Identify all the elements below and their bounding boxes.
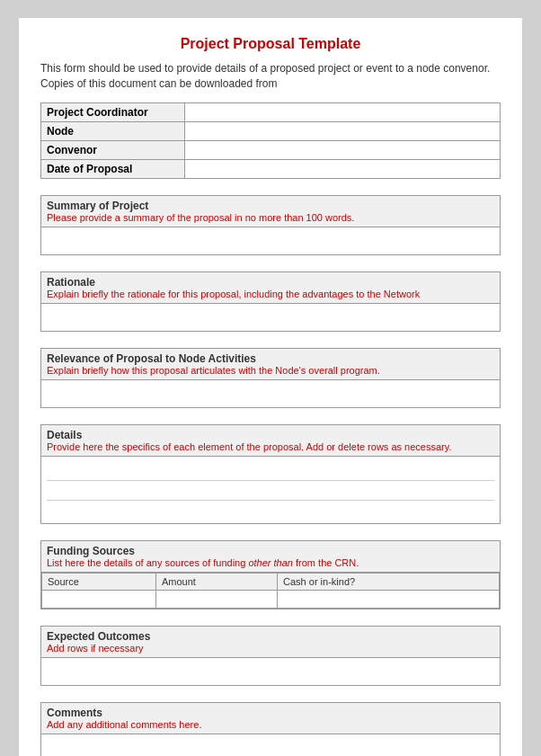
info-label-1: Node [41, 121, 185, 140]
section-rationale-body[interactable] [41, 304, 500, 331]
info-value-1[interactable] [185, 121, 501, 140]
section-details: Details Provide here the specifics of ea… [40, 424, 501, 524]
section-funding-subtitle: List here the details of any sources of … [47, 557, 494, 568]
funding-col-source: Source [42, 573, 156, 590]
section-comments-title: Comments [47, 707, 494, 719]
info-table: Project Coordinator Node Convenor Date o… [40, 102, 501, 179]
section-summary-body[interactable] [41, 227, 500, 254]
section-summary-header: Summary of Project Please provide a summ… [41, 196, 500, 227]
info-value-2[interactable] [185, 140, 501, 159]
info-row-3: Date of Proposal [41, 159, 501, 178]
section-outcomes-subtitle: Add rows if necessary [47, 643, 494, 654]
section-rationale: Rationale Explain briefly the rationale … [40, 271, 501, 332]
section-comments-row[interactable] [47, 738, 494, 756]
section-relevance-body[interactable] [41, 380, 500, 407]
info-value-0[interactable] [185, 102, 501, 121]
section-details-subtitle: Provide here the specifics of each eleme… [47, 441, 494, 452]
section-relevance-row[interactable] [47, 384, 494, 404]
info-row-1: Node [41, 121, 501, 140]
section-comments-body[interactable] [41, 734, 500, 756]
section-outcomes-title: Expected Outcomes [47, 630, 494, 643]
section-comments-header: Comments Add any additional comments her… [41, 703, 500, 734]
funding-table: Source Amount Cash or in-kind? [41, 573, 500, 609]
funding-row-1[interactable] [42, 590, 500, 608]
section-details-row-1[interactable] [47, 460, 494, 480]
funding-cell-source-1[interactable] [42, 590, 156, 608]
section-details-row-2[interactable] [47, 480, 494, 500]
info-row-2: Convenor [41, 140, 501, 159]
section-funding-title: Funding Sources [47, 545, 494, 557]
section-comments-subtitle: Add any additional comments here. [47, 719, 494, 730]
funding-col-cash: Cash or in-kind? [278, 573, 500, 590]
funding-col-amount: Amount [155, 573, 277, 590]
section-summary-row[interactable] [47, 231, 494, 251]
intro-text: This form should be used to provide deta… [40, 61, 501, 92]
section-details-body[interactable] [41, 457, 500, 523]
info-label-3: Date of Proposal [41, 159, 185, 178]
section-relevance-subtitle: Explain briefly how this proposal articu… [47, 365, 494, 376]
section-rationale-header: Rationale Explain briefly the rationale … [41, 272, 500, 304]
section-rationale-title: Rationale [47, 276, 494, 289]
section-details-title: Details [47, 429, 494, 441]
section-outcomes-body[interactable] [41, 658, 500, 685]
section-outcomes: Expected Outcomes Add rows if necessary [40, 626, 501, 686]
section-summary-title: Summary of Project [47, 200, 494, 212]
section-funding: Funding Sources List here the details of… [40, 540, 501, 609]
section-summary-subtitle: Please provide a summary of the proposal… [47, 212, 494, 223]
section-relevance-title: Relevance of Proposal to Node Activities [47, 352, 494, 365]
section-rationale-row[interactable] [47, 307, 494, 327]
section-relevance-header: Relevance of Proposal to Node Activities… [41, 349, 500, 380]
section-details-row-3[interactable] [47, 500, 494, 520]
section-relevance: Relevance of Proposal to Node Activities… [40, 348, 501, 408]
info-label-0: Project Coordinator [41, 102, 185, 121]
section-details-header: Details Provide here the specifics of ea… [41, 425, 500, 457]
page-container: Project Proposal Template This form shou… [19, 18, 522, 756]
page-title: Project Proposal Template [40, 36, 501, 52]
info-row-0: Project Coordinator [41, 102, 501, 121]
info-value-3[interactable] [185, 159, 501, 178]
section-summary: Summary of Project Please provide a summ… [40, 195, 501, 255]
funding-cell-amount-1[interactable] [155, 590, 277, 608]
section-rationale-subtitle: Explain briefly the rationale for this p… [47, 289, 494, 299]
section-comments: Comments Add any additional comments her… [40, 702, 501, 756]
info-label-2: Convenor [41, 140, 185, 159]
section-outcomes-row[interactable] [47, 662, 494, 681]
section-funding-header: Funding Sources List here the details of… [41, 541, 500, 573]
funding-cell-cash-1[interactable] [278, 590, 500, 608]
section-outcomes-header: Expected Outcomes Add rows if necessary [41, 627, 500, 658]
